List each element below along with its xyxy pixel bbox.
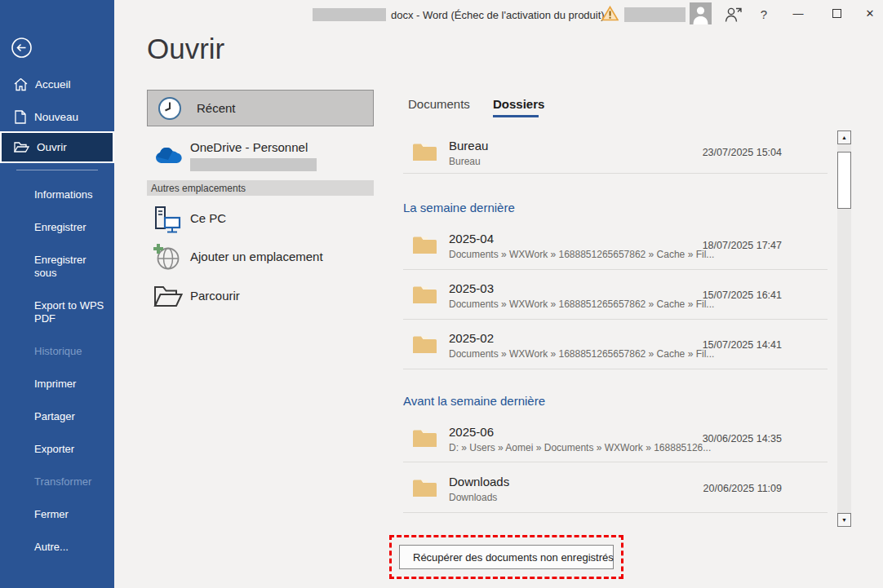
place-onedrive[interactable]: OneDrive - Personnel [147, 135, 374, 173]
scroll-down-button[interactable]: ▼ [837, 513, 851, 527]
avatar[interactable] [690, 2, 712, 24]
folder-date: 15/07/2025 14:41 [651, 339, 782, 351]
word-backstage-window: Accueil Nouveau Ouvrir Informations Enre… [0, 0, 883, 588]
back-arrow-icon [11, 37, 33, 59]
folder-name: 2025-04 [449, 232, 494, 245]
group-header-before-last-week: Avant la semaine dernière [403, 394, 545, 408]
folder-name: 2025-02 [449, 331, 494, 345]
sidebar-item-label: Ouvrir [37, 141, 67, 153]
close-button[interactable]: ✕ [857, 2, 883, 24]
folder-icon [413, 285, 437, 304]
sidebar-item-label: Nouveau [34, 111, 78, 123]
add-place-globe-icon [153, 244, 181, 272]
active-tab-underline [493, 115, 539, 117]
folder-date: 15/07/2025 16:41 [651, 290, 782, 301]
back-button[interactable] [11, 37, 33, 59]
sidebar-item-enregistrer-sous[interactable]: Enregistrer sous [34, 254, 100, 280]
this-pc-icon [153, 206, 183, 234]
place-label: Récent [197, 101, 236, 115]
sidebar-item-accueil[interactable]: Accueil [0, 70, 114, 98]
other-places-header: Autres emplacements [147, 180, 374, 196]
folder-row-2025-04[interactable]: 2025-04 Documents » WXWork » 16888512656… [403, 228, 828, 266]
home-icon [14, 77, 28, 91]
place-label: Ajouter un emplacement [190, 250, 323, 263]
folder-icon [413, 143, 437, 161]
clock-icon [158, 96, 182, 121]
window-title-text: docx - Word (Échec de l'activation du pr… [391, 9, 605, 21]
onedrive-cloud-icon [153, 145, 184, 164]
new-document-icon [14, 110, 27, 124]
place-browse[interactable]: Parcourir [147, 278, 374, 316]
place-recent[interactable]: Récent [147, 90, 374, 126]
folder-row-downloads[interactable]: Downloads Downloads 20/06/2025 11:09 [403, 471, 828, 509]
tab-documents[interactable]: Documents [408, 97, 470, 111]
maximize-icon [832, 9, 841, 18]
folder-row-2025-02[interactable]: 2025-02 Documents » WXWork » 16888512656… [403, 328, 828, 365]
sidebar-item-historique: Historique [34, 345, 108, 358]
place-this-pc[interactable]: Ce PC [147, 201, 374, 238]
sidebar-item-ouvrir-selected[interactable]: Ouvrir [0, 131, 114, 163]
sidebar-item-transformer: Transformer [34, 475, 108, 489]
folder-row-2025-06[interactable]: 2025-06 D: » Users » Aomei » Documents »… [403, 422, 828, 459]
folder-path: Bureau [449, 156, 481, 167]
sidebar-item-imprimer[interactable]: Imprimer [34, 378, 108, 391]
sidebar-item-enregistrer[interactable]: Enregistrer [34, 221, 108, 234]
window-title: docx - Word (Échec de l'activation du pr… [313, 7, 605, 22]
folder-icon [413, 429, 437, 448]
row-separator [403, 269, 828, 270]
backstage-sidebar: Accueil Nouveau Ouvrir Informations Enre… [0, 0, 114, 588]
sidebar-item-partager[interactable]: Partager [34, 410, 108, 423]
sidebar-item-fermer[interactable]: Fermer [34, 508, 108, 521]
switch-account-icon[interactable] [725, 6, 743, 23]
folder-date: 20/06/2025 11:09 [651, 483, 782, 494]
redacted-email-block [190, 158, 317, 171]
sidebar-item-informations[interactable]: Informations [34, 188, 108, 201]
place-label: Parcourir [190, 289, 240, 303]
list-scrollbar[interactable]: ▲ ▼ [837, 130, 851, 527]
warning-icon [601, 6, 619, 21]
help-button[interactable]: ? [752, 2, 775, 25]
redacted-account-block [624, 7, 686, 22]
sidebar-item-label: Accueil [35, 78, 71, 91]
folder-icon [413, 479, 437, 497]
folder-icon [413, 236, 437, 254]
folder-name: 2025-06 [449, 425, 494, 439]
row-separator [403, 173, 828, 174]
place-add-location[interactable]: Ajouter un emplacement [147, 239, 374, 276]
scroll-up-button[interactable]: ▲ [837, 130, 851, 144]
recover-unsaved-documents-button[interactable]: Récupérer des documents non enregistrés [399, 545, 614, 569]
page-title: Ouvrir [147, 33, 224, 65]
folder-row-2025-03[interactable]: 2025-03 Documents » WXWork » 16888512656… [403, 278, 828, 316]
sidebar-item-nouveau[interactable]: Nouveau [0, 103, 114, 130]
browse-folder-icon [153, 285, 183, 308]
sidebar-item-exporter[interactable]: Exporter [34, 443, 108, 456]
folder-name: 2025-03 [449, 281, 494, 295]
sidebar-item-autre[interactable]: Autre... [34, 541, 108, 554]
folder-date: 18/07/2025 17:47 [651, 240, 782, 251]
folder-name: Bureau [449, 139, 488, 153]
place-label: OneDrive - Personnel [190, 140, 308, 154]
recover-button-label: Récupérer des documents non enregistrés [413, 551, 614, 564]
user-silhouette-icon [690, 2, 712, 24]
redacted-filename-block [313, 8, 386, 21]
folder-date: 30/06/2025 14:35 [651, 433, 782, 444]
folder-path: Downloads [449, 492, 497, 503]
open-folder-icon [14, 141, 29, 154]
folder-date: 23/07/2025 15:04 [651, 147, 782, 158]
row-separator [403, 319, 828, 320]
sidebar-divider [16, 170, 98, 170]
scrollbar-thumb[interactable] [837, 152, 851, 209]
folder-row-bureau[interactable]: Bureau Bureau 23/07/2025 15:04 [403, 135, 828, 173]
folder-name: Downloads [449, 475, 509, 489]
place-label: Ce PC [190, 211, 226, 225]
sidebar-item-export-wps-pdf[interactable]: Export to WPS PDF [34, 299, 109, 325]
row-separator [403, 512, 828, 513]
tab-dossiers[interactable]: Dossiers [493, 97, 544, 111]
minimize-button[interactable]: — [785, 2, 811, 24]
folder-icon [413, 335, 437, 354]
row-separator [403, 462, 828, 462]
maximize-button[interactable] [823, 2, 850, 24]
group-header-last-week: La semaine dernière [403, 201, 515, 214]
row-separator [403, 369, 828, 369]
